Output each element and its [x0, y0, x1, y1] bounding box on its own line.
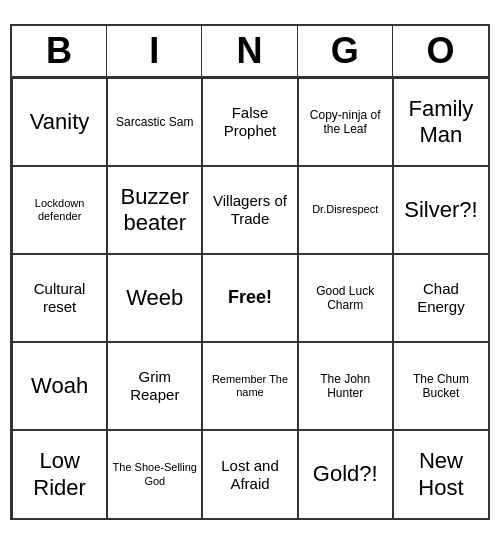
- cell-text: Gold?!: [313, 461, 378, 487]
- cell-text: Vanity: [30, 109, 90, 135]
- bingo-cell[interactable]: Silver?!: [393, 166, 488, 254]
- header-letter: O: [393, 26, 488, 76]
- bingo-cell[interactable]: Woah: [12, 342, 107, 430]
- header-letter: B: [12, 26, 107, 76]
- bingo-card: BINGO VanitySarcastic SamFalse ProphetCo…: [10, 24, 490, 520]
- bingo-cell[interactable]: Buzzer beater: [107, 166, 202, 254]
- cell-text: Lockdown defender: [17, 197, 102, 223]
- cell-text: Buzzer beater: [112, 184, 197, 237]
- bingo-cell[interactable]: Good Luck Charm: [298, 254, 393, 342]
- bingo-cell[interactable]: Chad Energy: [393, 254, 488, 342]
- bingo-cell[interactable]: Villagers of Trade: [202, 166, 297, 254]
- bingo-cell[interactable]: Copy-ninja of the Leaf: [298, 78, 393, 166]
- cell-text: Weeb: [126, 285, 183, 311]
- cell-text: Chad Energy: [398, 280, 484, 316]
- bingo-cell[interactable]: Cultural reset: [12, 254, 107, 342]
- bingo-cell[interactable]: Dr.Disrespect: [298, 166, 393, 254]
- cell-text: Low Rider: [17, 448, 102, 501]
- cell-text: Free!: [228, 287, 272, 309]
- bingo-cell[interactable]: The John Hunter: [298, 342, 393, 430]
- cell-text: Family Man: [398, 96, 484, 149]
- bingo-cell[interactable]: Free!: [202, 254, 297, 342]
- cell-text: Good Luck Charm: [303, 284, 388, 313]
- cell-text: Woah: [31, 373, 88, 399]
- cell-text: New Host: [398, 448, 484, 501]
- cell-text: Villagers of Trade: [207, 192, 292, 228]
- bingo-cell[interactable]: Lost and Afraid: [202, 430, 297, 518]
- bingo-cell[interactable]: New Host: [393, 430, 488, 518]
- bingo-cell[interactable]: Vanity: [12, 78, 107, 166]
- bingo-cell[interactable]: Gold?!: [298, 430, 393, 518]
- bingo-cell[interactable]: The Chum Bucket: [393, 342, 488, 430]
- cell-text: Cultural reset: [17, 280, 102, 316]
- bingo-grid: VanitySarcastic SamFalse ProphetCopy-nin…: [12, 78, 488, 518]
- bingo-cell[interactable]: Remember The name: [202, 342, 297, 430]
- cell-text: Dr.Disrespect: [312, 203, 378, 216]
- cell-text: Silver?!: [404, 197, 477, 223]
- cell-text: Copy-ninja of the Leaf: [303, 108, 388, 137]
- bingo-cell[interactable]: The Shoe-Selling God: [107, 430, 202, 518]
- bingo-cell[interactable]: Grim Reaper: [107, 342, 202, 430]
- cell-text: The John Hunter: [303, 372, 388, 401]
- bingo-cell[interactable]: Family Man: [393, 78, 488, 166]
- bingo-cell[interactable]: Weeb: [107, 254, 202, 342]
- header-letter: G: [298, 26, 393, 76]
- bingo-cell[interactable]: Lockdown defender: [12, 166, 107, 254]
- cell-text: The Shoe-Selling God: [112, 461, 197, 487]
- cell-text: Sarcastic Sam: [116, 115, 193, 129]
- cell-text: The Chum Bucket: [398, 372, 484, 401]
- header-letter: N: [202, 26, 297, 76]
- bingo-cell[interactable]: False Prophet: [202, 78, 297, 166]
- cell-text: Grim Reaper: [112, 368, 197, 404]
- cell-text: False Prophet: [207, 104, 292, 140]
- cell-text: Remember The name: [207, 373, 292, 399]
- bingo-cell[interactable]: Sarcastic Sam: [107, 78, 202, 166]
- bingo-cell[interactable]: Low Rider: [12, 430, 107, 518]
- header-letter: I: [107, 26, 202, 76]
- cell-text: Lost and Afraid: [207, 457, 292, 493]
- bingo-header: BINGO: [12, 26, 488, 78]
